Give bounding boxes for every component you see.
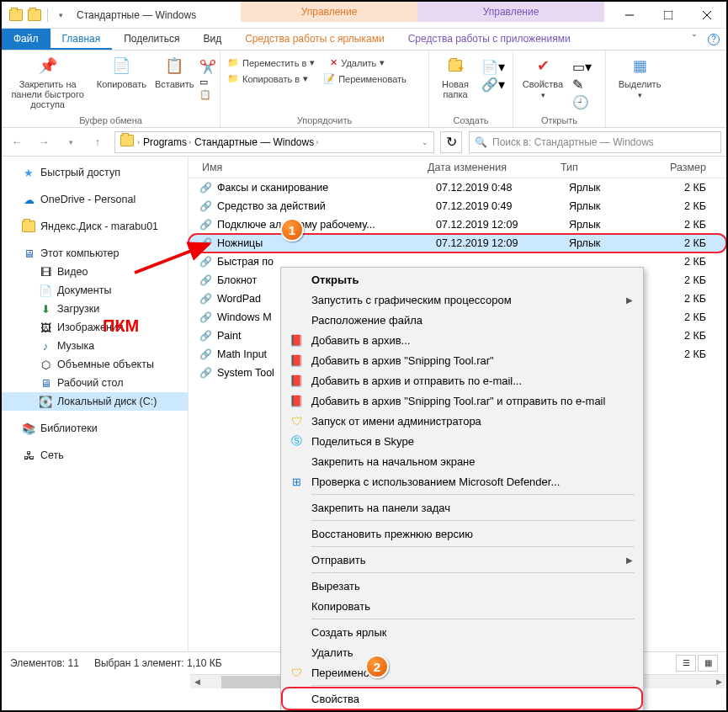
close-button[interactable]: [688, 2, 726, 29]
search-input[interactable]: 🔍 Поиск в: Стандартные — Windows: [469, 131, 721, 153]
col-size[interactable]: Размер: [663, 158, 726, 177]
ctx-skype[interactable]: ⓈПоделиться в Skype: [283, 431, 641, 451]
tab-share[interactable]: Поделиться: [112, 29, 191, 50]
file-size: 2 КБ: [678, 330, 726, 342]
history-icon[interactable]: 🕘: [572, 94, 592, 110]
nav-network[interactable]: 🖧Сеть: [2, 446, 188, 465]
ctx-location[interactable]: Расположение файла: [283, 310, 641, 330]
delete-button[interactable]: ✕Удалить ▾: [327, 56, 388, 70]
breadcrumb-programs[interactable]: Programs ›: [143, 136, 191, 148]
ctx-restore[interactable]: Восстановить прежнюю версию: [283, 523, 641, 544]
ctx-properties[interactable]: Свойства: [283, 688, 641, 709]
ctx-copy[interactable]: Копировать: [283, 596, 641, 616]
nav-3d-objects[interactable]: ⬡Объемные объекты: [2, 355, 188, 374]
skype-icon: Ⓢ: [290, 434, 303, 448]
edit-icon[interactable]: ✎: [572, 77, 592, 93]
back-button[interactable]: ←: [7, 132, 27, 152]
ctx-open[interactable]: Открыть: [283, 269, 641, 290]
nav-pictures[interactable]: 🖼Изображения: [2, 318, 188, 337]
file-row[interactable]: 🔗 Подключе аленному рабочему... 07.12.20…: [189, 215, 726, 234]
new-item-icon[interactable]: 📄▾: [481, 59, 505, 75]
ribbon-collapse-icon[interactable]: ˇ: [693, 34, 696, 45]
ctx-gpu[interactable]: Запустить с графическим процессором▶: [283, 290, 641, 310]
ctx-delete[interactable]: Удалить: [283, 642, 641, 662]
copypath-icon[interactable]: ▭: [199, 77, 216, 88]
cut-icon[interactable]: ✂️: [199, 59, 216, 75]
nav-desktop[interactable]: 🖥Рабочий стол: [2, 374, 188, 392]
shortcut-icon: 🔗: [199, 366, 212, 380]
easy-access-icon[interactable]: 🔗▾: [481, 77, 505, 93]
breadcrumb-accessories[interactable]: Стандартные — Windows ›: [194, 136, 318, 148]
view-icons-button[interactable]: ▦: [698, 655, 718, 672]
ctx-run-admin[interactable]: 🛡Запуск от имени администратора: [283, 411, 641, 431]
ctx-cut[interactable]: Вырезать: [283, 576, 641, 596]
tab-shortcut-tools[interactable]: Средства работы с ярлыками: [233, 29, 396, 50]
context-tab-shortcut[interactable]: Управление: [241, 2, 417, 22]
file-row[interactable]: 🔗 Ножницы 07.12.2019 12:09 Ярлык 2 КБ: [189, 234, 726, 252]
nav-documents[interactable]: 📄Документы: [2, 281, 188, 300]
nav-quick-access[interactable]: ★Быстрый доступ: [2, 163, 188, 182]
ctx-defender[interactable]: ⊞Проверка с использованием Microsoft Def…: [283, 471, 641, 491]
minimize-button[interactable]: [610, 2, 649, 29]
rename-button[interactable]: 📝Переименовать: [320, 72, 410, 86]
file-row[interactable]: 🔗 Факсы и сканирование 07.12.2019 0:48 Я…: [189, 178, 726, 197]
nav-libraries[interactable]: 📚Библиотеки: [2, 419, 188, 438]
nav-yandex-disk[interactable]: Яндекс.Диск - marabu01: [2, 217, 188, 236]
cube-icon: ⬡: [39, 358, 52, 371]
path-dropdown-icon[interactable]: ⌄: [422, 138, 428, 146]
move-to-button[interactable]: 📁Переместить в ▾: [224, 56, 318, 70]
navigation-pane[interactable]: ★Быстрый доступ ☁OneDrive - Personal Янд…: [2, 157, 189, 651]
view-details-button[interactable]: ☰: [676, 655, 696, 672]
paste-button[interactable]: 📋 Вставить: [152, 54, 196, 89]
copy-button[interactable]: 📄 Копировать: [93, 54, 149, 89]
nav-music[interactable]: ♪Музыка: [2, 337, 188, 355]
file-date: 07.12.2019 0:49: [436, 200, 569, 212]
tab-app-tools[interactable]: Средства работы с приложениями: [396, 29, 582, 50]
file-name: Средство за действий: [217, 200, 436, 212]
ctx-pin-taskbar[interactable]: Закрепить на панели задач: [283, 497, 641, 518]
pin-quickaccess-button[interactable]: 📌 Закрепить на панели быстрого доступа: [5, 54, 90, 109]
ctx-pin-start[interactable]: Закрепить на начальном экране: [283, 451, 641, 471]
select-button[interactable]: ▦ Выделить▾: [609, 54, 670, 99]
cloud-icon: ☁: [22, 193, 35, 206]
new-folder-button[interactable]: ✦ Новая папка: [433, 54, 478, 99]
ctx-send-to[interactable]: Отправить▶: [283, 550, 641, 570]
ctx-add-rar[interactable]: 📕Добавить в архив "Snipping Tool.rar": [283, 350, 641, 370]
up-button[interactable]: ↑: [88, 132, 108, 152]
scroll-left-icon[interactable]: ◀: [190, 675, 205, 689]
nav-c-drive[interactable]: 💽Локальный диск (C:): [2, 392, 188, 411]
maximize-button[interactable]: [649, 2, 688, 29]
tab-home[interactable]: Главная: [50, 29, 113, 50]
ctx-rar-email[interactable]: 📕Добавить в архив "Snipping Tool.rar" и …: [283, 391, 641, 411]
forward-button[interactable]: →: [34, 132, 54, 152]
recent-dropdown[interactable]: ▾: [61, 132, 81, 152]
nav-videos[interactable]: 🎞Видео: [2, 263, 188, 281]
file-row[interactable]: 🔗 Средство за действий 07.12.2019 0:49 Я…: [189, 197, 726, 215]
paste-shortcut-icon[interactable]: 📋: [199, 89, 216, 100]
context-tab-apps[interactable]: Управление: [417, 2, 604, 22]
scroll-right-icon[interactable]: ▶: [712, 675, 726, 689]
breadcrumb[interactable]: › Programs › Стандартные — Windows › ⌄: [114, 131, 434, 153]
col-date[interactable]: Дата изменения: [421, 158, 554, 177]
nav-downloads[interactable]: ⬇Загрузки: [2, 300, 188, 318]
open-icon[interactable]: ▭▾: [572, 59, 592, 75]
rar-icon: 📕: [290, 394, 303, 407]
ctx-add-archive[interactable]: 📕Добавить в архив...: [283, 330, 641, 350]
col-name[interactable]: Имя: [195, 158, 421, 177]
column-headers[interactable]: Имя Дата изменения Тип Размер: [189, 157, 726, 178]
refresh-button[interactable]: ↻: [440, 131, 462, 153]
ctx-rename[interactable]: 🛡Переименова: [283, 662, 641, 683]
properties-button[interactable]: ✔ Свойства▾: [517, 54, 569, 99]
tab-view[interactable]: Вид: [191, 29, 233, 50]
col-type[interactable]: Тип: [554, 158, 663, 177]
nav-this-pc[interactable]: 🖥Этот компьютер: [2, 244, 188, 263]
help-icon[interactable]: ?: [708, 34, 720, 45]
ctx-create-shortcut[interactable]: Создать ярлык: [283, 622, 641, 642]
nav-onedrive[interactable]: ☁OneDrive - Personal: [2, 190, 188, 209]
window-title: Стандартные — Windows: [77, 9, 196, 21]
qat-folder-icon[interactable]: [25, 6, 44, 24]
copy-to-button[interactable]: 📁Копировать в ▾: [224, 72, 311, 86]
qat-dropdown-icon[interactable]: ▾: [51, 6, 70, 24]
ctx-archive-email[interactable]: 📕Добавить в архив и отправить по e-mail.…: [283, 370, 641, 391]
tab-file[interactable]: Файл: [2, 29, 50, 50]
